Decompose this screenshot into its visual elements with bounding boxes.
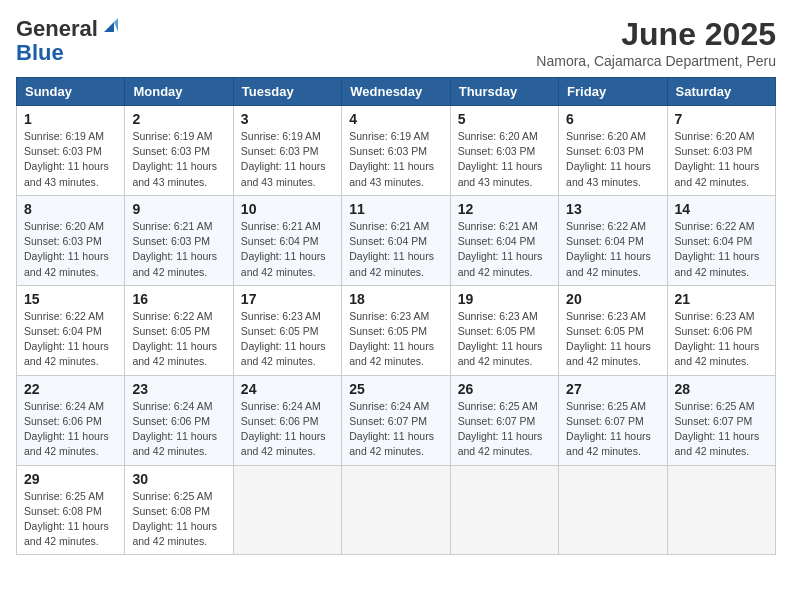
sunrise-time: 6:24 AM [391,400,430,412]
day-number: 24 [241,381,334,397]
day-info: Sunrise: 6:23 AM Sunset: 6:05 PM Dayligh… [349,309,442,370]
sunrise-label: Sunrise: [241,220,282,232]
calendar-cell: 19 Sunrise: 6:23 AM Sunset: 6:05 PM Dayl… [450,285,558,375]
daylight-label: Daylight: 11 hours and 43 minutes. [566,160,651,187]
sunrise-time: 6:25 AM [174,490,213,502]
sunrise-time: 6:24 AM [174,400,213,412]
page-header: General Blue June 2025 Namora, Cajamarca… [16,16,776,69]
logo-general-text: General [16,16,98,42]
sunrise-label: Sunrise: [132,400,173,412]
calendar-cell: 11 Sunrise: 6:21 AM Sunset: 6:04 PM Dayl… [342,195,450,285]
calendar-week-row: 15 Sunrise: 6:22 AM Sunset: 6:04 PM Dayl… [17,285,776,375]
sunset-time: 6:03 PM [171,235,210,247]
daylight-label: Daylight: 11 hours and 42 minutes. [349,250,434,277]
sunset-time: 6:04 PM [279,235,318,247]
calendar-cell: 24 Sunrise: 6:24 AM Sunset: 6:06 PM Dayl… [233,375,341,465]
svg-marker-0 [104,22,114,32]
day-info: Sunrise: 6:19 AM Sunset: 6:03 PM Dayligh… [132,129,225,190]
day-number: 2 [132,111,225,127]
calendar-cell: 29 Sunrise: 6:25 AM Sunset: 6:08 PM Dayl… [17,465,125,555]
sunset-time: 6:03 PM [63,235,102,247]
calendar-cell: 15 Sunrise: 6:22 AM Sunset: 6:04 PM Dayl… [17,285,125,375]
sunrise-time: 6:22 AM [174,310,213,322]
calendar-cell [450,465,558,555]
calendar-cell: 10 Sunrise: 6:21 AM Sunset: 6:04 PM Dayl… [233,195,341,285]
sunset-time: 6:03 PM [63,145,102,157]
day-info: Sunrise: 6:24 AM Sunset: 6:06 PM Dayligh… [132,399,225,460]
calendar-cell: 18 Sunrise: 6:23 AM Sunset: 6:05 PM Dayl… [342,285,450,375]
day-info: Sunrise: 6:21 AM Sunset: 6:03 PM Dayligh… [132,219,225,280]
daylight-label: Daylight: 11 hours and 42 minutes. [132,250,217,277]
calendar-week-row: 8 Sunrise: 6:20 AM Sunset: 6:03 PM Dayli… [17,195,776,285]
location-subtitle: Namora, Cajamarca Department, Peru [536,53,776,69]
day-info: Sunrise: 6:23 AM Sunset: 6:05 PM Dayligh… [241,309,334,370]
sunrise-time: 6:20 AM [716,130,755,142]
calendar-cell: 26 Sunrise: 6:25 AM Sunset: 6:07 PM Dayl… [450,375,558,465]
day-number: 19 [458,291,551,307]
day-info: Sunrise: 6:20 AM Sunset: 6:03 PM Dayligh… [675,129,768,190]
sunrise-time: 6:25 AM [65,490,104,502]
calendar-cell [667,465,775,555]
day-number: 30 [132,471,225,487]
sunset-label: Sunset: [675,235,714,247]
daylight-label: Daylight: 11 hours and 42 minutes. [132,340,217,367]
sunset-time: 6:06 PM [171,415,210,427]
calendar-cell: 7 Sunrise: 6:20 AM Sunset: 6:03 PM Dayli… [667,106,775,196]
day-number: 4 [349,111,442,127]
sunrise-time: 6:25 AM [608,400,647,412]
sunrise-label: Sunrise: [24,310,65,322]
sunrise-time: 6:21 AM [282,220,321,232]
sunrise-time: 6:20 AM [65,220,104,232]
day-number: 16 [132,291,225,307]
daylight-label: Daylight: 11 hours and 43 minutes. [24,160,109,187]
calendar-cell: 3 Sunrise: 6:19 AM Sunset: 6:03 PM Dayli… [233,106,341,196]
sunset-label: Sunset: [132,415,171,427]
calendar-week-row: 22 Sunrise: 6:24 AM Sunset: 6:06 PM Dayl… [17,375,776,465]
day-number: 6 [566,111,659,127]
sunset-time: 6:04 PM [605,235,644,247]
sunrise-time: 6:22 AM [716,220,755,232]
day-info: Sunrise: 6:24 AM Sunset: 6:06 PM Dayligh… [24,399,117,460]
sunrise-time: 6:23 AM [716,310,755,322]
sunset-label: Sunset: [24,145,63,157]
sunset-time: 6:05 PM [171,325,210,337]
daylight-label: Daylight: 11 hours and 42 minutes. [24,250,109,277]
day-number: 10 [241,201,334,217]
calendar-cell: 4 Sunrise: 6:19 AM Sunset: 6:03 PM Dayli… [342,106,450,196]
sunset-label: Sunset: [24,325,63,337]
sunrise-label: Sunrise: [675,310,716,322]
day-info: Sunrise: 6:21 AM Sunset: 6:04 PM Dayligh… [458,219,551,280]
sunset-time: 6:03 PM [605,145,644,157]
calendar-cell [233,465,341,555]
daylight-label: Daylight: 11 hours and 42 minutes. [458,430,543,457]
sunrise-label: Sunrise: [349,130,390,142]
daylight-label: Daylight: 11 hours and 42 minutes. [24,430,109,457]
sunrise-label: Sunrise: [675,130,716,142]
calendar-cell [342,465,450,555]
sunrise-time: 6:23 AM [391,310,430,322]
daylight-label: Daylight: 11 hours and 42 minutes. [566,430,651,457]
sunset-label: Sunset: [132,505,171,517]
daylight-label: Daylight: 11 hours and 42 minutes. [24,520,109,547]
sunset-time: 6:07 PM [496,415,535,427]
sunrise-label: Sunrise: [566,220,607,232]
sunset-label: Sunset: [241,325,280,337]
logo-icon [100,18,118,36]
calendar-cell: 9 Sunrise: 6:21 AM Sunset: 6:03 PM Dayli… [125,195,233,285]
sunrise-time: 6:23 AM [608,310,647,322]
sunset-time: 6:04 PM [388,235,427,247]
calendar-cell: 6 Sunrise: 6:20 AM Sunset: 6:03 PM Dayli… [559,106,667,196]
day-info: Sunrise: 6:23 AM Sunset: 6:05 PM Dayligh… [458,309,551,370]
sunset-label: Sunset: [132,145,171,157]
day-number: 15 [24,291,117,307]
sunrise-time: 6:21 AM [499,220,538,232]
sunrise-label: Sunrise: [566,400,607,412]
sunset-label: Sunset: [132,325,171,337]
sunset-time: 6:05 PM [605,325,644,337]
sunset-time: 6:03 PM [496,145,535,157]
sunset-label: Sunset: [349,325,388,337]
sunset-label: Sunset: [24,415,63,427]
sunrise-label: Sunrise: [24,400,65,412]
sunset-time: 6:04 PM [63,325,102,337]
day-info: Sunrise: 6:20 AM Sunset: 6:03 PM Dayligh… [458,129,551,190]
